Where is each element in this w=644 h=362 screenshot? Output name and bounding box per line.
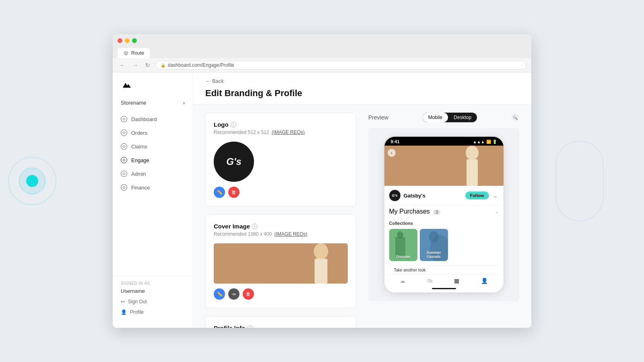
form-column: Logo i Recommended 512 x 512 (IMAGE REQs… [205, 113, 356, 328]
browser-nav: ← → ↻ 🔒 dashboard.com/Engage/Profile [113, 58, 531, 72]
sidebar-nav: ⊙ Dashboard ⊙ Orders ⊙ Claims ⊙ Engage ⊙ [113, 109, 193, 276]
phone-nav-home[interactable]: ☁ [400, 278, 405, 284]
profile-link[interactable]: 👤 Profile [121, 308, 185, 317]
phone-dropdown-btn[interactable]: ⌄ [492, 192, 499, 199]
collection-dresses-label: Dresses [389, 255, 417, 259]
sidebar-footer: SIGNED IN AS Username ↩ Sign Out 👤 Profi… [113, 276, 193, 321]
phone-profile-section: G's Gatsby's Follow ⌄ My Purchases [384, 186, 504, 292]
browser-reload-btn[interactable]: ↻ [143, 61, 152, 69]
maximize-window-btn[interactable] [132, 38, 137, 43]
sidebar-item-admin[interactable]: ⊙ Admin [113, 167, 193, 181]
phone-avatar: G's [389, 190, 400, 201]
minimize-window-btn[interactable] [125, 38, 130, 43]
profile-info-icon[interactable]: i [247, 325, 253, 328]
svg-rect-7 [395, 237, 405, 257]
svg-rect-2 [315, 259, 328, 284]
zoom-icon[interactable]: 🔍 [511, 113, 519, 121]
url-text: dashboard.com/Engage/Profile [168, 62, 234, 68]
preview-label: Preview [368, 114, 388, 121]
orders-icon: ⊙ [121, 130, 127, 136]
chevron-right-icon: › [183, 100, 185, 106]
lock-icon: 🔒 [161, 63, 165, 68]
tab-label: Route [131, 50, 144, 56]
engage-icon: ⊙ [121, 157, 127, 163]
close-window-btn[interactable] [118, 38, 122, 43]
mobile-toggle-btn[interactable]: Mobile [423, 113, 448, 122]
browser-forward-btn[interactable]: → [130, 61, 140, 69]
cover-image-actions: ✏️ ⇔ 🗑 [214, 288, 348, 300]
battery-icon: 🔋 [492, 140, 497, 144]
phone-purchases-row[interactable]: My Purchases 3 ⌄ [389, 205, 499, 218]
finance-icon: ⊙ [121, 184, 127, 191]
phone-profile-row: G's Gatsby's Follow ⌄ [389, 190, 499, 201]
svg-point-1 [314, 243, 328, 259]
bg-decoration-inner [26, 175, 38, 187]
logo-subtitle: Recommended 512 x 512 (IMAGE REQs) [214, 130, 348, 135]
cover-image-req-link[interactable]: (IMAGE REQs) [275, 231, 308, 237]
phone-purchases-label-container: My Purchases 3 [389, 208, 440, 215]
page-title: Edit Branding & Profile [205, 88, 519, 99]
phone-status-bar: 9:41 ▲▲▲ 📶 🔋 [384, 137, 504, 146]
main-content: ← Back Edit Branding & Profile Logo i [193, 72, 531, 328]
cover-figure-svg [214, 243, 348, 284]
svg-point-11 [429, 231, 439, 243]
purchases-chevron-icon: ⌄ [495, 209, 499, 214]
sign-out-link[interactable]: ↩ Sign Out [121, 297, 185, 306]
phone-follow-btn[interactable]: Follow [465, 191, 489, 200]
phone-purchases-label: My Purchases [389, 208, 430, 215]
logo-circle: G's [214, 142, 254, 182]
cover-delete-btn[interactable]: 🗑 [243, 288, 254, 300]
logo-image-req-link[interactable]: (IMAGE REQs) [272, 130, 305, 135]
phone-nav-bag[interactable]: 🛍 [427, 278, 433, 284]
profile-info-title: Profile Info i [214, 325, 348, 328]
footer-actions: ↩ Sign Out 👤 Profile [121, 297, 185, 317]
phone-mockup: 9:41 ▲▲▲ 📶 🔋 [384, 136, 504, 293]
logo-edit-btn[interactable]: ✏️ [214, 187, 225, 198]
phone-store-name: Gatsby's [404, 193, 462, 199]
browser-tab[interactable]: Route [118, 48, 150, 58]
phone-nav-profile[interactable]: 👤 [481, 278, 488, 284]
phone-home-indicator [432, 288, 456, 289]
cover-adjust-btn[interactable]: ⇔ [228, 288, 239, 300]
phone-bottom-nav: ☁ 🛍 ▦ 👤 [389, 274, 499, 286]
phone-back-btn[interactable]: ‹ [388, 149, 396, 157]
sidebar-item-dashboard[interactable]: ⊙ Dashboard [113, 112, 193, 126]
phone-collections-label: Collections [389, 221, 499, 226]
username-text: Username [121, 288, 185, 294]
back-arrow-icon: ← [205, 78, 211, 84]
browser-back-btn[interactable]: ← [118, 61, 127, 69]
cover-subtitle: Recommended 1080 x 400 (IMAGE REQs) [214, 231, 348, 237]
sidebar-storename[interactable]: Storename › [113, 97, 193, 109]
phone-purchases-badge: 3 [433, 210, 440, 215]
browser-titlebar: Route [113, 34, 531, 58]
logo-info-icon[interactable]: i [231, 122, 236, 128]
collection-card-summer[interactable]: Summer Casuals [420, 229, 448, 261]
cover-image-placeholder [214, 243, 348, 284]
sidebar-item-engage[interactable]: ⊙ Engage [113, 153, 193, 167]
collection-card-dresses[interactable]: Dresses [389, 229, 417, 261]
back-link[interactable]: ← Back [205, 78, 519, 84]
address-bar[interactable]: 🔒 dashboard.com/Engage/Profile [155, 61, 526, 70]
browser-window: Route ← → ↻ 🔒 dashboard.com/Engage/Profi… [113, 34, 531, 328]
cover-preview [214, 243, 348, 284]
profile-info-section: Profile Info i [205, 316, 356, 328]
dashboard-icon: ⊙ [121, 116, 127, 122]
route-tab-icon [123, 50, 129, 56]
sign-out-icon: ↩ [121, 299, 125, 304]
sidebar-item-finance[interactable]: ⊙ Finance [113, 181, 193, 194]
desktop-toggle-btn[interactable]: Desktop [448, 113, 477, 122]
phone-nav-list[interactable]: ▦ [454, 278, 459, 284]
sidebar-item-claims[interactable]: ⊙ Claims [113, 140, 193, 153]
cover-section: Cover Image i Recommended 1080 x 400 (IM… [205, 214, 356, 308]
profile-icon: 👤 [121, 309, 127, 315]
svg-point-4 [466, 146, 479, 160]
logo-delete-btn[interactable]: 🗑 [228, 187, 239, 198]
cover-info-icon[interactable]: i [252, 224, 258, 229]
preview-toggle: Mobile Desktop [423, 113, 477, 122]
cover-edit-btn[interactable]: ✏️ [214, 288, 225, 300]
wifi-icon: 📶 [486, 140, 491, 144]
logo-section-title: Logo i [214, 121, 348, 128]
profile-nav-icon: 👤 [481, 278, 488, 284]
sidebar-item-orders[interactable]: ⊙ Orders [113, 126, 193, 140]
preview-column: Preview Mobile Desktop 🔍 9:41 [368, 113, 519, 328]
